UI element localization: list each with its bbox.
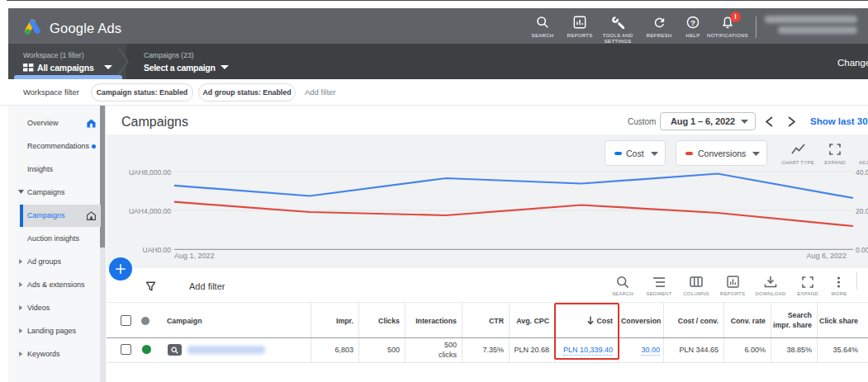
svg-text:?: ? xyxy=(690,18,695,27)
